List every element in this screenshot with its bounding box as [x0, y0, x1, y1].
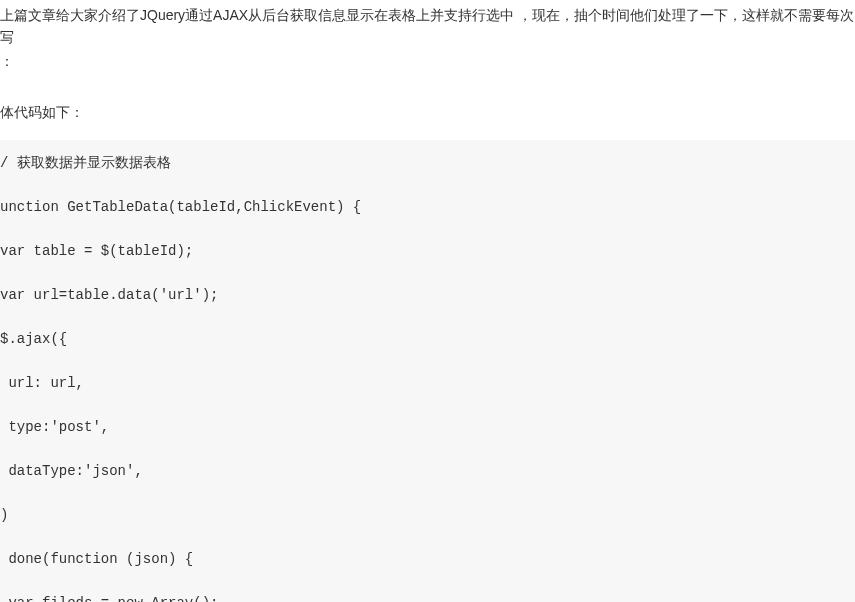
- code-block: / 获取数据并显示数据表格 unction GetTableData(table…: [0, 140, 855, 602]
- code-line: ): [0, 508, 855, 522]
- code-line: unction GetTableData(tableId,ChlickEvent…: [0, 200, 855, 214]
- code-line: var fileds = new Array();: [0, 596, 855, 602]
- code-line: / 获取数据并显示数据表格: [0, 156, 855, 170]
- code-line: $.ajax({: [0, 332, 855, 346]
- article-intro: 上篇文章给大家介绍了JQuery通过AJAX从后台获取信息显示在表格上并支持行选…: [0, 0, 855, 72]
- code-line: dataType:'json',: [0, 464, 855, 478]
- code-line: var url=table.data('url');: [0, 288, 855, 302]
- code-line: done(function (json) {: [0, 552, 855, 566]
- code-line: url: url,: [0, 376, 855, 390]
- code-line: type:'post',: [0, 420, 855, 434]
- code-line: var table = $(tableId);: [0, 244, 855, 258]
- intro-line-2: ：: [0, 50, 855, 72]
- intro-line-1: 上篇文章给大家介绍了JQuery通过AJAX从后台获取信息显示在表格上并支持行选…: [0, 4, 855, 48]
- code-heading: 体代码如下：: [0, 104, 855, 122]
